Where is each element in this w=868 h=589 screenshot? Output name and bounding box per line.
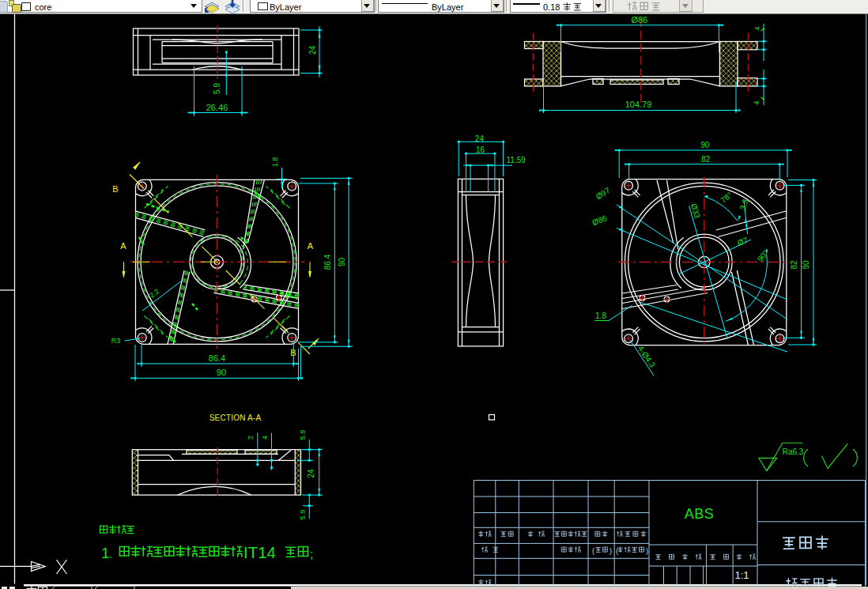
svg-text:1.8: 1.8 [271,157,279,168]
svg-text:(: ( [592,547,594,555]
svg-text:IT14: IT14 [243,543,276,561]
svg-text:90: 90 [338,258,346,267]
svg-text:24: 24 [308,46,317,55]
svg-text:16: 16 [476,145,485,154]
svg-text:、: 、 [108,547,119,559]
svg-text:R3: R3 [111,337,121,345]
svg-text:2: 2 [247,436,255,440]
svg-text:): ) [646,547,648,555]
svg-text:26.46: 26.46 [206,103,228,112]
svg-text:): ) [609,547,612,555]
svg-text:ABS: ABS [685,506,715,522]
svg-text:1.8: 1.8 [595,311,606,320]
svg-text:5.9: 5.9 [299,430,307,440]
svg-text:Ø86: Ø86 [632,15,648,25]
svg-text:90: 90 [217,368,226,377]
svg-text:90: 90 [700,141,710,149]
svg-text:86.4: 86.4 [209,353,225,363]
svg-text:11.59: 11.59 [507,156,526,164]
svg-text:A: A [120,241,126,251]
svg-text:82: 82 [701,155,711,164]
svg-text:4: 4 [753,26,761,30]
svg-text:4: 4 [753,100,760,104]
svg-text:A: A [308,241,314,251]
svg-text:90: 90 [802,260,810,270]
svg-text:5.9: 5.9 [299,510,307,520]
svg-text:Ra6.3: Ra6.3 [783,447,804,456]
svg-text:82: 82 [790,260,798,270]
svg-text:B: B [112,184,118,194]
svg-text:5.9: 5.9 [213,83,221,94]
svg-text:86.4: 86.4 [323,254,332,270]
svg-text:SECTION A-A: SECTION A-A [209,413,262,422]
svg-text:1:1: 1:1 [734,569,749,581]
svg-text:4: 4 [261,436,269,440]
svg-text:24: 24 [307,469,315,478]
svg-text:;: ; [310,547,313,561]
svg-text:104.79: 104.79 [625,100,652,109]
